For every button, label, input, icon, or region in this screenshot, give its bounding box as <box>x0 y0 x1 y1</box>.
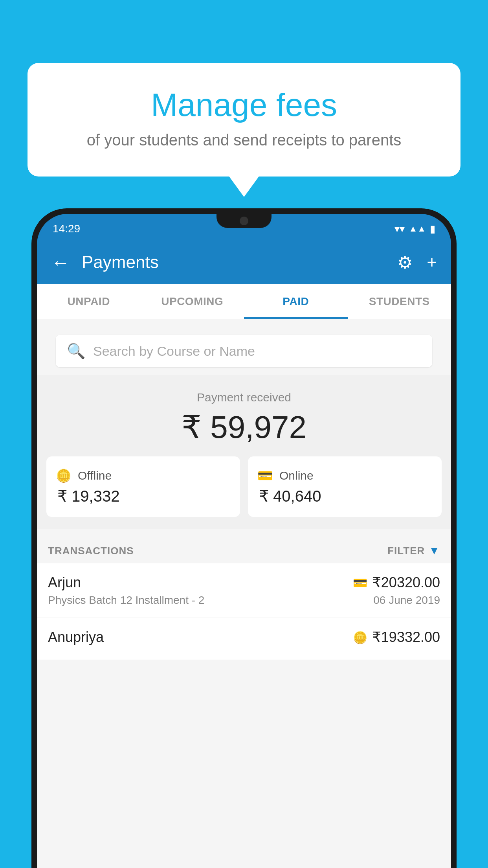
transactions-list: Arjun 💳 ₹20320.00 Physics Batch 12 Insta… <box>37 563 451 660</box>
table-row[interactable]: Anupriya 🪙 ₹19332.00 <box>37 618 451 660</box>
signal-icon: ▲▲ <box>409 224 426 234</box>
payment-received-label: Payment received <box>46 391 442 404</box>
tab-unpaid[interactable]: UNPAID <box>37 284 141 319</box>
transaction-date-1: 06 June 2019 <box>373 594 440 607</box>
add-button[interactable]: + <box>427 252 437 272</box>
transaction-amount-2: ₹19332.00 <box>372 629 440 645</box>
online-amount: ₹ 40,640 <box>257 487 321 505</box>
tab-students[interactable]: STUDENTS <box>348 284 451 319</box>
payment-cards: 🪙 Offline ₹ 19,332 💳 Online ₹ 40,640 <box>46 456 442 517</box>
offline-label: Offline <box>78 469 112 482</box>
settings-icon[interactable]: ⚙ <box>397 252 413 272</box>
table-row[interactable]: Arjun 💳 ₹20320.00 Physics Batch 12 Insta… <box>37 563 451 618</box>
online-payment-card: 💳 Online ₹ 40,640 <box>248 456 442 517</box>
transaction-mode-icon-2: 🪙 <box>353 631 367 644</box>
bubble-subtitle: of your students and send receipts to pa… <box>59 131 429 149</box>
speech-bubble-container: Manage fees of your students and send re… <box>28 63 460 177</box>
offline-amount: ₹ 19,332 <box>56 487 119 505</box>
filter-button[interactable]: FILTER ▼ <box>387 544 440 557</box>
transaction-mode-icon-1: 💳 <box>353 576 367 590</box>
phone-frame: 14:29 ▾▾ ▲▲ ▮ ← Payments ⚙ + UNPAID UPC <box>31 208 457 868</box>
online-card-header: 💳 Online <box>257 468 314 483</box>
notch <box>216 214 272 228</box>
app-header: ← Payments ⚙ + <box>37 241 451 284</box>
battery-icon: ▮ <box>430 223 435 235</box>
offline-payment-card: 🪙 Offline ₹ 19,332 <box>46 456 240 517</box>
payment-total-amount: ₹ 59,972 <box>46 409 442 445</box>
transaction-name-1: Arjun <box>48 574 81 591</box>
transaction-course-1: Physics Batch 12 Installment - 2 <box>48 594 204 607</box>
filter-icon: ▼ <box>429 544 440 557</box>
transactions-label: TRANSACTIONS <box>48 545 134 557</box>
filter-text: FILTER <box>387 545 425 557</box>
payment-summary: Payment received ₹ 59,972 🪙 Offline ₹ 19… <box>37 375 451 529</box>
transaction-top-1: Arjun 💳 ₹20320.00 <box>48 574 440 591</box>
transaction-amount-1: ₹20320.00 <box>372 574 440 591</box>
wifi-icon: ▾▾ <box>394 223 405 235</box>
page-title: Payments <box>82 252 385 272</box>
offline-card-header: 🪙 Offline <box>56 468 112 483</box>
offline-icon: 🪙 <box>56 468 72 483</box>
search-icon: 🔍 <box>67 342 85 360</box>
speech-bubble: Manage fees of your students and send re… <box>28 63 460 177</box>
online-label: Online <box>279 469 314 482</box>
transactions-header: TRANSACTIONS FILTER ▼ <box>37 537 451 563</box>
status-time: 14:29 <box>53 223 80 235</box>
search-placeholder: Search by Course or Name <box>93 344 255 359</box>
transaction-top-2: Anupriya 🪙 ₹19332.00 <box>48 629 440 645</box>
phone-inner: 14:29 ▾▾ ▲▲ ▮ ← Payments ⚙ + UNPAID UPC <box>37 214 451 868</box>
tab-paid[interactable]: PAID <box>244 284 348 319</box>
tab-upcoming[interactable]: UPCOMING <box>141 284 244 319</box>
online-icon: 💳 <box>257 468 273 483</box>
front-camera <box>240 217 248 225</box>
transaction-name-2: Anupriya <box>48 629 104 645</box>
bubble-title: Manage fees <box>59 86 429 123</box>
back-button[interactable]: ← <box>51 252 70 273</box>
header-icons: ⚙ + <box>397 252 437 272</box>
transaction-amount-wrap-1: 💳 ₹20320.00 <box>353 574 440 591</box>
app-content: ← Payments ⚙ + UNPAID UPCOMING PAID STUD… <box>37 241 451 868</box>
transaction-bottom-1: Physics Batch 12 Installment - 2 06 June… <box>48 594 440 607</box>
status-icons: ▾▾ ▲▲ ▮ <box>394 223 435 235</box>
search-section: 🔍 Search by Course or Name <box>37 319 451 367</box>
search-bar[interactable]: 🔍 Search by Course or Name <box>56 335 432 367</box>
transaction-amount-wrap-2: 🪙 ₹19332.00 <box>353 629 440 645</box>
tabs: UNPAID UPCOMING PAID STUDENTS <box>37 284 451 319</box>
